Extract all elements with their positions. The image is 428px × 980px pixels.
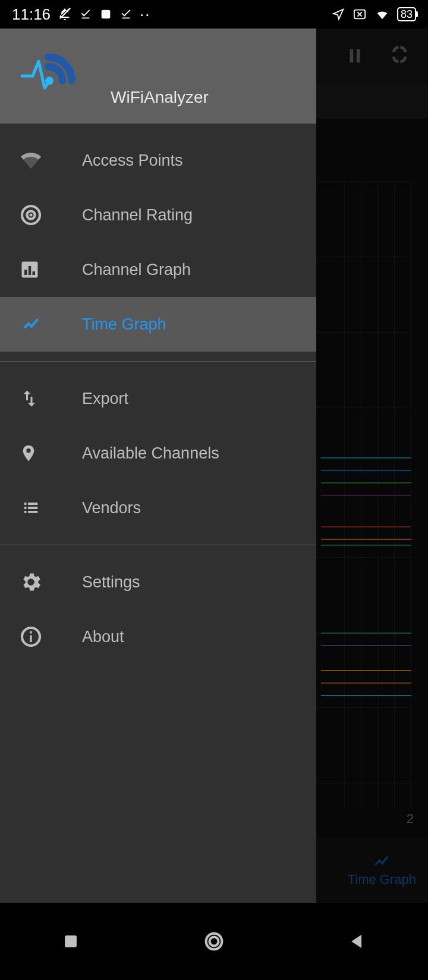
svg-point-15 bbox=[210, 937, 219, 946]
nav-label: Channel Graph bbox=[82, 261, 191, 279]
no-sim-icon bbox=[352, 8, 367, 21]
list-icon bbox=[19, 499, 43, 517]
square-icon bbox=[99, 8, 112, 21]
svg-rect-0 bbox=[102, 10, 111, 19]
svg-rect-7 bbox=[24, 270, 27, 275]
svg-rect-11 bbox=[30, 636, 32, 643]
home-button[interactable] bbox=[202, 930, 226, 953]
nav-item-export[interactable]: Export bbox=[0, 371, 316, 426]
android-nav-bar bbox=[0, 903, 428, 980]
trend-icon bbox=[19, 315, 43, 333]
nav-item-settings[interactable]: Settings bbox=[0, 555, 316, 609]
nav-item-vendors[interactable]: Vendors bbox=[0, 480, 316, 535]
app-title: WiFiAnalyzer bbox=[111, 88, 209, 107]
download-done-icon bbox=[119, 8, 133, 21]
battery-percent: 83 bbox=[401, 8, 413, 20]
nav-label: Available Channels bbox=[82, 444, 219, 463]
svg-rect-13 bbox=[65, 935, 77, 947]
svg-point-5 bbox=[30, 214, 33, 217]
recents-button[interactable] bbox=[61, 931, 81, 951]
nav-label: Time Graph bbox=[82, 315, 166, 334]
mute-icon bbox=[58, 7, 72, 21]
gear-icon bbox=[19, 570, 43, 594]
nav-label: Settings bbox=[82, 573, 140, 592]
drawer-header: WiFiAnalyzer bbox=[0, 29, 316, 124]
nav-drawer: WiFiAnalyzer Access Points Channel Ratin… bbox=[0, 29, 316, 903]
download-done-icon bbox=[79, 8, 92, 21]
nav-label: About bbox=[82, 628, 124, 646]
drawer-list: Access Points Channel Rating Channel Gra… bbox=[0, 124, 316, 903]
nav-label: Vendors bbox=[82, 499, 141, 517]
info-icon bbox=[19, 625, 43, 649]
clock: 11:16 bbox=[12, 5, 51, 24]
svg-rect-8 bbox=[29, 266, 32, 275]
status-bar: 11:16 ·· 83 bbox=[0, 0, 428, 29]
wifi-icon bbox=[374, 8, 390, 21]
nav-label: Access Points bbox=[82, 151, 183, 170]
nav-label: Export bbox=[82, 390, 128, 408]
target-icon bbox=[19, 203, 43, 227]
svg-rect-9 bbox=[33, 271, 36, 275]
status-right: 83 bbox=[332, 7, 416, 21]
status-left: 11:16 ·· bbox=[12, 5, 151, 24]
wifi-weak-icon bbox=[19, 150, 43, 170]
nav-item-time-graph[interactable]: Time Graph bbox=[0, 297, 316, 352]
battery-indicator: 83 bbox=[397, 7, 416, 21]
nav-item-available-channels[interactable]: Available Channels bbox=[0, 426, 316, 480]
nav-item-about[interactable]: About bbox=[0, 609, 316, 664]
location-pin-icon bbox=[19, 441, 38, 465]
svg-rect-12 bbox=[30, 631, 32, 634]
app-logo-icon bbox=[21, 46, 80, 96]
import-export-icon bbox=[19, 388, 40, 409]
back-button[interactable] bbox=[347, 931, 367, 951]
nav-item-channel-graph[interactable]: Channel Graph bbox=[0, 242, 316, 297]
bar-chart-icon bbox=[19, 259, 40, 280]
nav-label: Channel Rating bbox=[82, 206, 193, 225]
more-dots-icon: ·· bbox=[140, 5, 150, 24]
nav-item-channel-rating[interactable]: Channel Rating bbox=[0, 188, 316, 242]
nav-item-access-points[interactable]: Access Points bbox=[0, 133, 316, 188]
location-icon bbox=[332, 8, 345, 21]
